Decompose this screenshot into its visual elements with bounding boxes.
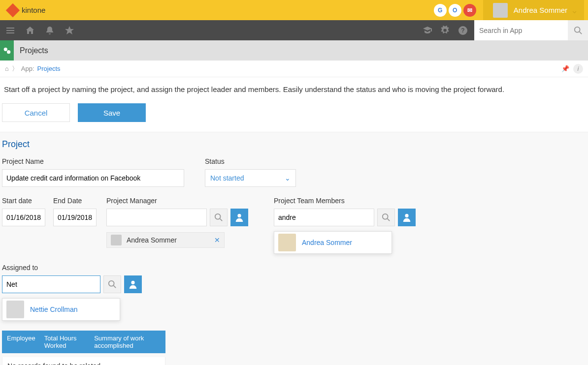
user-menu[interactable]: Andrea Sommer ⌄ bbox=[483, 0, 584, 20]
cancel-button[interactable]: Cancel bbox=[2, 103, 70, 122]
chevron-down-icon: ⌄ bbox=[571, 5, 578, 16]
page-header: Projects bbox=[0, 40, 588, 61]
avatar-icon bbox=[111, 235, 122, 245]
svg-point-10 bbox=[131, 281, 134, 284]
form-area: Project Project Name Status Not started … bbox=[0, 132, 588, 365]
chevron-down-icon: ⌄ bbox=[285, 174, 291, 182]
brand-icon bbox=[6, 3, 20, 17]
star-icon[interactable] bbox=[63, 24, 76, 37]
suggestion-name: Andrea Sommer bbox=[302, 239, 352, 246]
status-select[interactable]: Not started ⌄ bbox=[205, 169, 296, 187]
related-table-header: Employee Total Hours Worked Summary of w… bbox=[2, 331, 165, 353]
search-button[interactable] bbox=[568, 20, 588, 40]
label-start-date: Start date bbox=[2, 197, 45, 205]
pm-chip: Andrea Sommer ✕ bbox=[106, 232, 225, 248]
svg-point-3 bbox=[4, 47, 7, 51]
label-project-name: Project Name bbox=[2, 157, 184, 165]
outlook-icon[interactable]: O bbox=[449, 4, 461, 17]
svg-text:?: ? bbox=[461, 27, 464, 34]
svg-point-7 bbox=[383, 214, 388, 219]
section-title: Project bbox=[2, 139, 586, 150]
app-search bbox=[474, 20, 588, 40]
team-org-button[interactable] bbox=[398, 209, 416, 226]
assigned-to-input[interactable] bbox=[2, 275, 100, 293]
pm-chip-name: Andrea Sommer bbox=[127, 236, 177, 244]
pm-org-button[interactable] bbox=[230, 209, 248, 226]
search-input[interactable] bbox=[474, 20, 568, 40]
team-input[interactable] bbox=[274, 209, 374, 226]
svg-point-8 bbox=[405, 214, 408, 217]
col-employee: Employee bbox=[7, 335, 35, 349]
help-icon[interactable]: ? bbox=[457, 24, 469, 37]
team-search-button[interactable] bbox=[377, 209, 395, 226]
avatar-icon bbox=[278, 234, 296, 251]
svg-point-2 bbox=[574, 27, 580, 32]
top-bar: kintone G O ✉ Andrea Sommer ⌄ bbox=[0, 0, 588, 20]
assigned-search-button[interactable] bbox=[103, 275, 121, 293]
col-hours: Total Hours Worked bbox=[44, 335, 85, 349]
breadcrumb-separator-icon: 〉 bbox=[12, 64, 18, 73]
action-bar: Cancel Save bbox=[0, 103, 588, 132]
save-button[interactable]: Save bbox=[78, 103, 146, 122]
top-right-icons: G O ✉ Andrea Sommer ⌄ bbox=[434, 0, 584, 20]
mail-icon[interactable]: ✉ bbox=[463, 4, 476, 17]
label-end-date: End Date bbox=[53, 197, 97, 205]
page-title: Projects bbox=[20, 46, 48, 55]
remove-chip-icon[interactable]: ✕ bbox=[214, 236, 220, 244]
suggestion-name: Nettie Crollman bbox=[30, 305, 77, 313]
team-suggestion-item[interactable]: Andrea Sommer bbox=[274, 232, 392, 253]
breadcrumb: ⌂ 〉 App: Projects 📌 i bbox=[0, 61, 588, 77]
avatar-icon bbox=[6, 301, 24, 318]
label-assigned-to: Assigned to bbox=[2, 264, 165, 272]
graduation-icon[interactable] bbox=[421, 24, 434, 37]
menu-icon[interactable] bbox=[4, 24, 17, 37]
team-suggestion-dropdown: Andrea Sommer bbox=[274, 231, 392, 254]
breadcrumb-link[interactable]: Projects bbox=[37, 65, 61, 72]
related-table-empty: No records found to be related. bbox=[2, 357, 165, 365]
project-name-input[interactable] bbox=[2, 169, 184, 187]
user-name: Andrea Sommer bbox=[514, 6, 567, 14]
assigned-suggestion-item[interactable]: Nettie Crollman bbox=[2, 299, 120, 320]
start-date-input[interactable] bbox=[2, 209, 45, 226]
app-settings-icon[interactable] bbox=[0, 40, 14, 61]
breadcrumb-home-icon[interactable]: ⌂ bbox=[5, 65, 9, 72]
breadcrumb-prefix: App: bbox=[21, 65, 34, 72]
pin-icon[interactable]: 📌 bbox=[561, 65, 569, 72]
label-project-manager: Project Manager bbox=[106, 197, 248, 205]
gear-icon[interactable] bbox=[439, 24, 452, 37]
info-icon[interactable]: i bbox=[573, 64, 583, 74]
col-summary: Summary of work accomplished bbox=[94, 335, 161, 349]
user-avatar-icon bbox=[493, 3, 508, 18]
label-team-members: Project Team Members bbox=[274, 197, 416, 205]
home-icon[interactable] bbox=[24, 24, 36, 37]
main-toolbar: ? bbox=[0, 20, 588, 40]
bell-icon[interactable] bbox=[43, 24, 56, 37]
brand-text: kintone bbox=[22, 6, 45, 14]
page-description: Start off a project by naming the projec… bbox=[0, 77, 588, 103]
svg-point-5 bbox=[215, 214, 221, 219]
project-manager-input[interactable] bbox=[106, 209, 207, 226]
svg-point-9 bbox=[109, 281, 114, 286]
pm-search-button[interactable] bbox=[210, 209, 228, 226]
svg-point-6 bbox=[237, 214, 241, 217]
end-date-input[interactable] bbox=[53, 209, 97, 226]
assigned-org-button[interactable] bbox=[124, 275, 142, 293]
google-icon[interactable]: G bbox=[434, 4, 447, 17]
label-status: Status bbox=[205, 157, 296, 165]
assigned-suggestion-dropdown: Nettie Crollman bbox=[2, 298, 120, 321]
brand-logo[interactable]: kintone bbox=[8, 5, 45, 15]
status-value: Not started bbox=[210, 174, 244, 182]
svg-point-4 bbox=[7, 50, 10, 54]
